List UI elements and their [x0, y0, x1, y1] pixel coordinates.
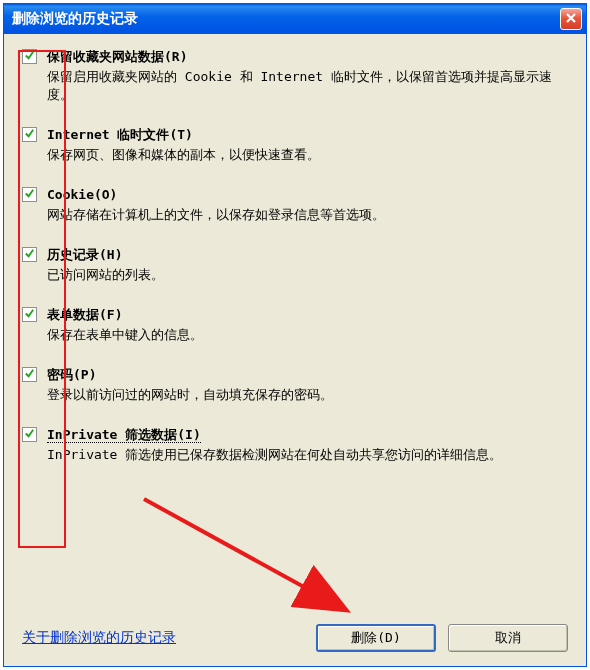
close-icon	[565, 11, 577, 27]
close-button[interactable]	[560, 8, 582, 30]
dialog-content: 保留收藏夹网站数据(R) 保留启用收藏夹网站的 Cookie 和 Interne…	[4, 34, 586, 498]
option-desc: 登录以前访问过的网站时，自动填充保存的密码。	[47, 386, 568, 404]
dialog-window: 删除浏览的历史记录 保留收藏夹网站数据(R) 保留启用收藏夹网站的 Cookie…	[3, 3, 587, 667]
cancel-button[interactable]: 取消	[448, 624, 568, 652]
check-icon	[24, 128, 35, 142]
option-text: InPrivate 筛选数据(I) InPrivate 筛选使用已保存数据检测网…	[47, 426, 568, 464]
option-temp-files: Internet 临时文件(T) 保存网页、图像和媒体的副本，以便快速查看。	[22, 126, 568, 164]
delete-button[interactable]: 删除(D)	[316, 624, 436, 652]
option-desc: InPrivate 筛选使用已保存数据检测网站在何处自动共享您访问的详细信息。	[47, 446, 568, 464]
checkbox-inprivate[interactable]	[22, 427, 37, 442]
option-label: 保留收藏夹网站数据(R)	[47, 48, 568, 66]
checkbox-cookie[interactable]	[22, 187, 37, 202]
option-desc: 已访问网站的列表。	[47, 266, 568, 284]
option-history: 历史记录(H) 已访问网站的列表。	[22, 246, 568, 284]
option-text: 历史记录(H) 已访问网站的列表。	[47, 246, 568, 284]
option-preserve-favorites: 保留收藏夹网站数据(R) 保留启用收藏夹网站的 Cookie 和 Interne…	[22, 48, 568, 104]
check-icon	[24, 368, 35, 382]
titlebar[interactable]: 删除浏览的历史记录	[4, 4, 586, 34]
checkbox-form-data[interactable]	[22, 307, 37, 322]
option-desc: 保存在表单中键入的信息。	[47, 326, 568, 344]
option-form-data: 表单数据(F) 保存在表单中键入的信息。	[22, 306, 568, 344]
option-label: 表单数据(F)	[47, 306, 568, 324]
option-text: 密码(P) 登录以前访问过的网站时，自动填充保存的密码。	[47, 366, 568, 404]
check-icon	[24, 188, 35, 202]
svg-line-0	[144, 499, 344, 609]
about-link[interactable]: 关于删除浏览的历史记录	[22, 629, 304, 647]
option-text: 保留收藏夹网站数据(R) 保留启用收藏夹网站的 Cookie 和 Interne…	[47, 48, 568, 104]
checkbox-temp-files[interactable]	[22, 127, 37, 142]
option-label: Internet 临时文件(T)	[47, 126, 568, 144]
checkbox-preserve-favorites[interactable]	[22, 49, 37, 64]
option-text: Cookie(O) 网站存储在计算机上的文件，以保存如登录信息等首选项。	[47, 186, 568, 224]
option-label: 历史记录(H)	[47, 246, 568, 264]
option-label: 密码(P)	[47, 366, 568, 384]
option-desc: 网站存储在计算机上的文件，以保存如登录信息等首选项。	[47, 206, 568, 224]
option-desc: 保留启用收藏夹网站的 Cookie 和 Internet 临时文件，以保留首选项…	[47, 68, 568, 104]
option-cookie: Cookie(O) 网站存储在计算机上的文件，以保存如登录信息等首选项。	[22, 186, 568, 224]
option-desc: 保存网页、图像和媒体的副本，以便快速查看。	[47, 146, 568, 164]
option-passwords: 密码(P) 登录以前访问过的网站时，自动填充保存的密码。	[22, 366, 568, 404]
option-label: InPrivate 筛选数据(I)	[47, 426, 568, 444]
check-icon	[24, 50, 35, 64]
window-title: 删除浏览的历史记录	[12, 10, 560, 28]
dialog-footer: 关于删除浏览的历史记录 删除(D) 取消	[22, 624, 568, 652]
checkbox-history[interactable]	[22, 247, 37, 262]
option-inprivate: InPrivate 筛选数据(I) InPrivate 筛选使用已保存数据检测网…	[22, 426, 568, 464]
checkbox-passwords[interactable]	[22, 367, 37, 382]
check-icon	[24, 428, 35, 442]
option-text: 表单数据(F) 保存在表单中键入的信息。	[47, 306, 568, 344]
option-text: Internet 临时文件(T) 保存网页、图像和媒体的副本，以便快速查看。	[47, 126, 568, 164]
check-icon	[24, 308, 35, 322]
check-icon	[24, 248, 35, 262]
option-label: Cookie(O)	[47, 186, 568, 204]
